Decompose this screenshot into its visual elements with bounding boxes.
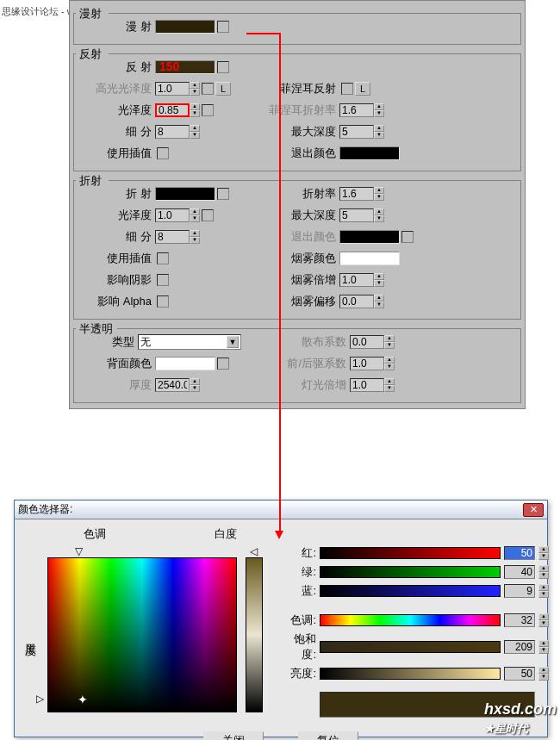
refr-shadow-check[interactable] xyxy=(157,274,169,286)
gloss-input[interactable] xyxy=(155,103,190,117)
fog-mult-input[interactable] xyxy=(339,273,374,287)
refr-alpha-check[interactable] xyxy=(157,295,169,308)
refr-interp-check[interactable] xyxy=(157,252,169,264)
refl-swatch[interactable]: 150 xyxy=(155,60,215,74)
diffuse-swatch[interactable] xyxy=(155,20,215,34)
spin-down[interactable]: ▼ xyxy=(374,280,384,287)
red-value[interactable] xyxy=(504,546,535,560)
fresnel-l[interactable]: L xyxy=(355,82,370,96)
fresnel-ior-input[interactable] xyxy=(339,103,374,117)
reset-btn[interactable]: 复位 xyxy=(298,731,358,740)
blue-value[interactable] xyxy=(504,584,535,598)
spin-down[interactable]: ▼ xyxy=(538,553,549,560)
spin-down[interactable]: ▼ xyxy=(538,572,549,579)
color-gradient[interactable]: ✦ ▷ xyxy=(47,557,237,712)
spin-down[interactable]: ▼ xyxy=(374,132,384,139)
refr-exit-swatch[interactable] xyxy=(339,230,400,244)
spin-up[interactable]: ▲ xyxy=(190,103,200,110)
spin-up[interactable]: ▲ xyxy=(384,378,395,385)
spin-down[interactable]: ▼ xyxy=(384,364,395,370)
green-slider[interactable] xyxy=(320,566,501,578)
spin-up[interactable]: ▲ xyxy=(538,640,549,647)
backcolor-swatch[interactable] xyxy=(155,357,215,370)
l-button[interactable]: L xyxy=(215,82,231,96)
gloss-check[interactable] xyxy=(202,104,214,116)
bright-value[interactable] xyxy=(504,667,535,681)
hg-check[interactable] xyxy=(202,83,214,95)
spin-down[interactable]: ▼ xyxy=(374,215,384,222)
exitcolor-swatch[interactable] xyxy=(339,146,400,160)
refr-swatch[interactable] xyxy=(155,187,215,201)
close-button[interactable]: ✕ xyxy=(523,503,544,517)
spin-down[interactable]: ▼ xyxy=(538,647,549,654)
whiteness-bar[interactable] xyxy=(246,557,263,712)
spin-up[interactable]: ▲ xyxy=(538,667,549,674)
sat-value[interactable] xyxy=(504,640,535,654)
spin-up[interactable]: ▲ xyxy=(190,125,200,132)
spin-up[interactable]: ▲ xyxy=(374,208,384,215)
refr-ior-input[interactable] xyxy=(339,187,374,201)
spin-down[interactable]: ▼ xyxy=(190,110,200,117)
interp-check[interactable] xyxy=(157,147,169,159)
spin-up[interactable]: ▲ xyxy=(538,584,549,591)
spin-up[interactable]: ▲ xyxy=(190,230,200,237)
spin-down[interactable]: ▼ xyxy=(374,302,384,308)
fog-bias-input[interactable] xyxy=(339,295,374,308)
green-label: 绿: xyxy=(280,564,316,580)
fwdback-input[interactable] xyxy=(350,357,384,370)
spin-down[interactable]: ▼ xyxy=(538,591,549,598)
refl-check[interactable] xyxy=(217,61,229,73)
green-value[interactable] xyxy=(504,565,535,579)
sat-slider[interactable] xyxy=(320,641,501,653)
spin-down[interactable]: ▼ xyxy=(384,342,395,349)
backcolor-check[interactable] xyxy=(217,358,229,370)
blue-slider[interactable] xyxy=(320,585,501,597)
fresnel-check[interactable] xyxy=(341,83,353,95)
spin-up[interactable]: ▲ xyxy=(190,82,200,89)
spin-down[interactable]: ▼ xyxy=(374,110,384,117)
spin-up[interactable]: ▲ xyxy=(374,273,384,280)
spin-down[interactable]: ▼ xyxy=(190,89,200,96)
spin-down[interactable]: ▼ xyxy=(538,620,549,627)
spin-up[interactable]: ▲ xyxy=(374,295,384,302)
spin-up[interactable]: ▲ xyxy=(190,208,200,215)
spin-up[interactable]: ▲ xyxy=(374,103,384,110)
titlebar[interactable]: 颜色选择器: ✕ xyxy=(15,501,547,519)
spin-up[interactable]: ▲ xyxy=(374,125,384,132)
lightmult-input[interactable] xyxy=(350,378,384,392)
spin-up[interactable]: ▲ xyxy=(190,378,200,385)
fog-color-swatch[interactable] xyxy=(339,252,400,265)
hue-slider[interactable] xyxy=(320,614,501,626)
refr-exit-check[interactable] xyxy=(401,231,414,243)
subdiv-input[interactable] xyxy=(155,125,190,139)
spin-up[interactable]: ▲ xyxy=(538,546,549,553)
spin-down[interactable]: ▼ xyxy=(374,194,384,201)
spin-down[interactable]: ▼ xyxy=(190,215,200,222)
refr-gloss-input[interactable] xyxy=(155,208,190,222)
refr-subdiv-input[interactable] xyxy=(155,230,190,244)
spin-down[interactable]: ▼ xyxy=(190,237,200,244)
scatter-input[interactable] xyxy=(350,335,384,349)
type-dropdown[interactable]: 无▼ xyxy=(138,334,241,350)
red-slider[interactable] xyxy=(320,547,501,559)
maxdepth-input[interactable] xyxy=(339,125,374,139)
refr-shadow-label: 影响阴影 xyxy=(81,272,155,288)
hilight-gloss-input[interactable] xyxy=(155,82,190,96)
spin-up[interactable]: ▲ xyxy=(538,613,549,620)
refr-check[interactable] xyxy=(217,188,229,200)
hue-value[interactable] xyxy=(504,613,535,627)
spin-up[interactable]: ▲ xyxy=(384,357,395,364)
spin-down[interactable]: ▼ xyxy=(190,132,200,139)
spin-up[interactable]: ▲ xyxy=(374,187,384,194)
close-btn[interactable]: 关闭 xyxy=(203,731,264,740)
spin-up[interactable]: ▲ xyxy=(538,565,549,572)
refr-gloss-check[interactable] xyxy=(202,209,214,221)
spin-down[interactable]: ▼ xyxy=(190,385,200,392)
bright-slider[interactable] xyxy=(320,668,501,680)
spin-down[interactable]: ▼ xyxy=(538,674,549,681)
diffuse-checkbox[interactable] xyxy=(217,21,229,33)
spin-up[interactable]: ▲ xyxy=(384,335,395,342)
spin-down[interactable]: ▼ xyxy=(384,385,395,392)
thickness-input[interactable] xyxy=(155,378,190,392)
refr-maxdepth-input[interactable] xyxy=(339,208,374,222)
